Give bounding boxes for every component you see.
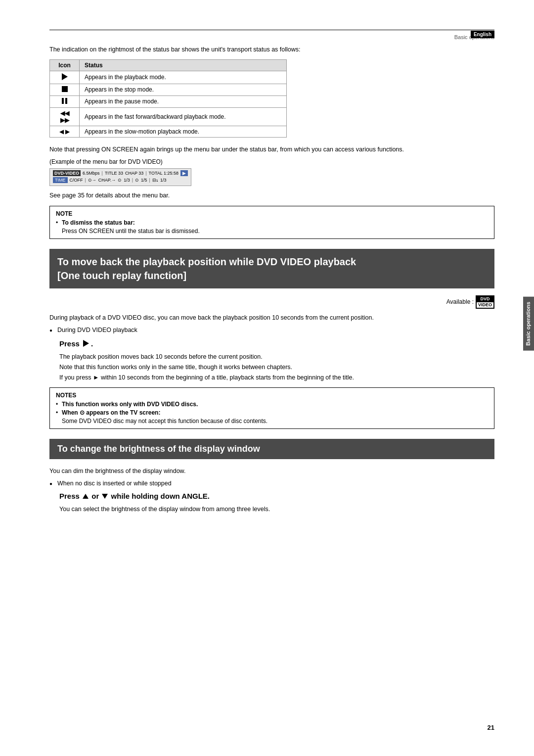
chap-nav: CHAP.→ [98, 178, 116, 183]
press-angle-end: while holding down ANGLE. [111, 492, 210, 500]
icon-play-cell [50, 71, 80, 84]
press-heading: Press . [59, 339, 494, 348]
notes-box-title: NOTES [56, 392, 488, 399]
press-description: The playback position moves back 10 seco… [59, 352, 494, 383]
note-box-title: NOTE [56, 210, 488, 217]
press-desc-line-1: The playback position moves back 10 seco… [59, 352, 494, 362]
icon-slow-cell: ◀ ▶ [50, 126, 80, 137]
side-label: Basic operations [523, 297, 534, 351]
cam-num: 1/5 [141, 178, 147, 183]
note-bold: To dismiss the status bar: [62, 219, 135, 226]
play-arrow-icon [83, 340, 89, 347]
brightness-heading: To change the brightness of the display … [49, 439, 494, 459]
table-row: ◀ ▶ Appears in the slow-motion playback … [50, 126, 287, 137]
brightness-bullet: When no disc is inserted or while stoppe… [49, 480, 494, 487]
notes-bold-2: When ⊙ appears on the TV screen: [62, 409, 160, 416]
status-ff: Appears in the fast forward/backward pla… [80, 107, 287, 126]
menu-bar-row-1: DVD-VIDEO 6.5Mbps | TITLE 33 CHAP 33 | T… [53, 170, 188, 176]
status-play: Appears in the playback mode. [80, 71, 287, 84]
status-pause: Appears in the pause mode. [80, 95, 287, 107]
brightness-intro: You can dim the brightness of the displa… [49, 466, 494, 476]
icon-pause-cell [50, 95, 80, 107]
table-row: Appears in the pause mode. [50, 95, 287, 107]
table-row: Appears in the playback mode. [50, 71, 287, 84]
one-touch-intro: During playback of a DVD VIDEO disc, you… [49, 313, 494, 323]
notes-item-2: When ⊙ appears on the TV screen: [56, 409, 488, 416]
brightness-heading-text: To change the brightness of the display … [57, 444, 260, 454]
heading-line1: To move back the playback position while… [57, 256, 356, 267]
cd-icon: ⊙ [118, 178, 122, 183]
fast-forward-icon: ◀◀ ▶▶ [60, 110, 69, 124]
cam-icon: ⊙ [135, 178, 139, 183]
press-angle-or: or [91, 492, 99, 500]
note-box-item: To dismiss the status bar: [56, 219, 488, 226]
press-desc-line-3: If you press ► within 10 seconds from th… [59, 373, 494, 383]
press-angle-label: Press [59, 492, 80, 500]
multi-icon: ⊟₁ [152, 178, 158, 183]
icon-stop-cell [50, 84, 80, 95]
dvd-video-tag: DVD-VIDEO [53, 170, 81, 176]
one-touch-section-heading: To move back the playback position while… [49, 249, 494, 288]
one-touch-bullet: During DVD VIDEO playback [49, 327, 494, 333]
status-slow: Appears in the slow-motion playback mode… [80, 126, 287, 137]
heading-line2: [One touch replay function] [57, 270, 186, 281]
stop-icon [62, 86, 68, 92]
speed-value: 6.5Mbps [83, 171, 100, 176]
note-box-sub: Press ON SCREEN until the status bar is … [56, 228, 488, 235]
english-badge: English [471, 31, 494, 38]
table-row: Appears in the stop mode. [50, 84, 287, 95]
notes-item-1: This function works only with DVD VIDEO … [56, 401, 488, 408]
press-desc-line-2: Note that this function works only in th… [59, 362, 494, 373]
note-pressing-text: Note that pressing ON SCREEN again bring… [49, 144, 494, 154]
available-label: Available : [446, 298, 474, 305]
menu-bar-row-2: TIME C/OFF | ⊙→ CHAP.→ ⊙ 1/3 | ⊙ 1/5 | ⊟… [53, 177, 188, 183]
status-stop: Appears in the stop mode. [80, 84, 287, 95]
table-row: ◀◀ ▶▶ Appears in the fast forward/backwa… [50, 107, 287, 126]
notes-sub-2: Some DVD VIDEO disc may not accept this … [56, 418, 488, 425]
notes-box: NOTES This function works only with DVD … [49, 387, 494, 429]
top-rule [49, 30, 494, 30]
repeat-value: C/OFF [70, 178, 83, 183]
slow-motion-icon: ◀ ▶ [59, 128, 70, 135]
icon-ff-cell: ◀◀ ▶▶ [50, 107, 80, 126]
table-header-icon: Icon [50, 59, 80, 71]
total-value: TOTAL 1:25:58 [149, 171, 178, 176]
menu-bar-example: DVD-VIDEO 6.5Mbps | TITLE 33 CHAP 33 | T… [49, 168, 191, 186]
pause-icon [62, 98, 67, 104]
track-num: 1/3 [124, 178, 130, 183]
header-area: Basic operations [49, 34, 494, 40]
press-label: Press [59, 339, 80, 348]
multi-num: 1/3 [160, 178, 167, 183]
table-header-status: Status [80, 59, 287, 71]
page-number: 21 [488, 724, 494, 731]
down-arrow-icon [102, 494, 108, 499]
dvd-top-label: DVD [477, 296, 493, 302]
status-intro-text: The indication on the rightmost of the s… [49, 45, 494, 54]
note-box: NOTE To dismiss the status bar: Press ON… [49, 206, 494, 239]
see-page-text: See page 35 for details about the menu b… [49, 192, 494, 199]
available-row: Available : DVD VIDEO [49, 295, 494, 309]
press-angle-heading: Press or while holding down ANGLE. [59, 492, 494, 500]
chap-arrow: ⊙→ [88, 178, 96, 183]
page-container: Basic operations English Basic operation… [0, 0, 534, 756]
notes-bold-1: This function works only with DVD VIDEO … [62, 401, 198, 408]
play-icon [62, 73, 68, 80]
time-tag: TIME [53, 177, 68, 183]
chap-value: CHAP 33 [125, 171, 143, 176]
up-arrow-icon [83, 494, 89, 499]
play-indicator: ▶ [180, 170, 188, 176]
example-label: (Example of the menu bar for DVD VIDEO) [49, 158, 494, 165]
status-table: Icon Status Appears in the playback mode… [49, 59, 287, 138]
dvd-video-badge: DVD VIDEO [476, 295, 494, 309]
brightness-desc: You can select the brightness of the dis… [59, 504, 494, 514]
title-value: TITLE 33 [105, 171, 123, 176]
dvd-bottom-label: VIDEO [477, 302, 493, 308]
